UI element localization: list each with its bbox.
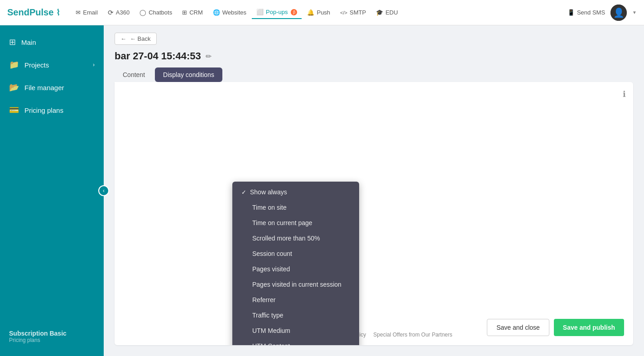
nav-label-a360: A360 xyxy=(116,9,130,16)
nav-item-smtp[interactable]: </> SMTP xyxy=(336,6,370,19)
tab-content-label: Content xyxy=(123,71,145,78)
nav-label-push: Push xyxy=(317,9,330,16)
edit-title-icon[interactable]: ✏ xyxy=(206,52,211,61)
dropdown-item-label: UTM Content xyxy=(252,342,290,345)
nav-item-crm[interactable]: ⊞ CRM xyxy=(178,6,207,19)
main-icon: ⊞ xyxy=(9,37,16,47)
send-sms-button[interactable]: 📱 Send SMS xyxy=(567,9,605,16)
send-sms-label: Send SMS xyxy=(577,9,605,16)
page-title: bar 27-04 15:44:53 xyxy=(115,50,201,62)
nav-item-chatbots[interactable]: ◯ Chatbots xyxy=(135,6,177,19)
plan-name[interactable]: Subscription Basic xyxy=(9,330,95,337)
dropdown-item-scrolled-more[interactable]: Scrolled more than 50% xyxy=(232,231,359,246)
save-actions: Save and close Save and publish xyxy=(487,319,624,336)
nav-item-edu[interactable]: 🎓 EDU xyxy=(371,6,402,19)
dropdown-item-time-on-site[interactable]: Time on site xyxy=(232,200,359,215)
dropdown-item-session-count[interactable]: Session count xyxy=(232,246,359,261)
nav-item-push[interactable]: 🔔 Push xyxy=(303,6,335,19)
save-close-label: Save and close xyxy=(496,324,540,331)
save-publish-label: Save and publish xyxy=(563,324,615,331)
sidebar: ⊞ Main 📁 Projects › 📂 File manager 💳 Pri… xyxy=(0,25,104,356)
dropdown-item-time-on-current-page[interactable]: Time on current page xyxy=(232,215,359,231)
email-icon: ✉ xyxy=(76,9,81,16)
logo-wave: ⌇ xyxy=(56,8,60,18)
nav-label-chatbots: Chatbots xyxy=(149,9,172,16)
tab-display-conditions[interactable]: Display conditions xyxy=(155,67,222,82)
nav-label-email: Email xyxy=(83,9,98,16)
content-area: ← ← Back bar 27-04 15:44:53 ✏ Content Di… xyxy=(104,25,644,356)
footer-link-offers[interactable]: Special Offers from Our Partners xyxy=(373,332,452,338)
sidebar-label-main: Main xyxy=(21,38,36,46)
sidebar-item-projects[interactable]: 📁 Projects › xyxy=(0,53,104,76)
dropdown-item-pages-visited-session[interactable]: Pages visited in current session xyxy=(232,277,359,292)
user-dropdown-icon[interactable]: ▼ xyxy=(632,10,637,15)
dropdown-item-label: Pages visited in current session xyxy=(252,281,341,288)
sidebar-label-file-manager: File manager xyxy=(24,84,64,91)
dropdown-item-label: Session count xyxy=(252,250,292,257)
nav-label-edu: EDU xyxy=(385,9,398,16)
content-header: ← ← Back bar 27-04 15:44:53 ✏ Content Di… xyxy=(104,25,644,82)
back-label: ← Back xyxy=(130,35,151,42)
nav-item-websites[interactable]: 🌐 Websites xyxy=(208,6,251,19)
checkmark-icon: ✓ xyxy=(241,189,246,196)
back-button[interactable]: ← ← Back xyxy=(115,33,157,45)
dropdown-item-utm-content[interactable]: UTM Content xyxy=(232,338,359,345)
main-layout: ⊞ Main 📁 Projects › 📂 File manager 💳 Pri… xyxy=(0,25,644,356)
sidebar-label-projects: Projects xyxy=(24,61,87,69)
avatar[interactable]: 👤 xyxy=(610,5,627,21)
sidebar-item-pricing-plans[interactable]: 💳 Pricing plans xyxy=(0,99,104,121)
dropdown-item-traffic-type[interactable]: Traffic type xyxy=(232,308,359,323)
sidebar-footer: Subscription Basic Pricing plans xyxy=(0,322,104,351)
collapse-arrow-icon: ‹ xyxy=(103,188,105,194)
dropdown-item-utm-medium[interactable]: UTM Medium xyxy=(232,323,359,338)
sidebar-label-pricing-plans: Pricing plans xyxy=(24,106,63,114)
dropdown-item-pages-visited[interactable]: Pages visited xyxy=(232,261,359,277)
tab-display-conditions-label: Display conditions xyxy=(163,71,214,78)
dropdown-item-label: Show always xyxy=(250,188,287,196)
save-close-button[interactable]: Save and close xyxy=(487,319,549,336)
nav-items: ✉ Email ⟳ A360 ◯ Chatbots ⊞ CRM 🌐 Websit… xyxy=(71,6,566,19)
nav-item-email[interactable]: ✉ Email xyxy=(71,6,102,19)
page-title-row: bar 27-04 15:44:53 ✏ xyxy=(115,50,633,62)
edu-icon: 🎓 xyxy=(376,9,383,16)
pricing-plans-icon: 💳 xyxy=(9,105,19,115)
nav-item-a360[interactable]: ⟳ A360 xyxy=(103,6,134,19)
dropdown-item-referrer[interactable]: Referrer xyxy=(232,292,359,308)
beta-badge: β xyxy=(291,9,297,15)
plan-sub[interactable]: Pricing plans xyxy=(9,337,95,343)
condition-dropdown: ✓Show alwaysTime on siteTime on current … xyxy=(232,182,359,345)
dropdown-item-show-always[interactable]: ✓Show always xyxy=(232,184,359,200)
sidebar-item-main[interactable]: ⊞ Main xyxy=(0,31,104,53)
dropdown-item-label: UTM Medium xyxy=(252,327,290,334)
avatar-image: 👤 xyxy=(610,5,627,21)
nav-label-websites: Websites xyxy=(222,9,246,16)
tab-content[interactable]: Content xyxy=(115,67,153,82)
chatbots-icon: ◯ xyxy=(139,9,146,16)
dropdown-item-label: Traffic type xyxy=(252,312,283,319)
nav-label-crm: CRM xyxy=(189,9,203,16)
sidebar-item-file-manager[interactable]: 📂 File manager xyxy=(0,76,104,99)
nav-item-popups[interactable]: ⬜ Pop-ups β xyxy=(252,6,302,19)
logo-icon: SendPulse xyxy=(7,7,53,18)
dropdown-item-label: Time on site xyxy=(252,204,287,211)
main-panel: ℹ ✓Show alwaysTime on siteTime on curren… xyxy=(115,82,633,345)
send-sms-icon: 📱 xyxy=(567,9,575,16)
push-icon: 🔔 xyxy=(307,9,314,16)
projects-icon: 📁 xyxy=(9,60,19,70)
logo[interactable]: SendPulse ⌇ xyxy=(7,7,60,18)
sidebar-collapse-button[interactable]: ‹ xyxy=(98,185,109,196)
smtp-icon: </> xyxy=(340,10,347,15)
a360-icon: ⟳ xyxy=(108,9,114,17)
info-icon[interactable]: ℹ xyxy=(623,89,626,99)
websites-icon: 🌐 xyxy=(213,9,220,16)
save-publish-button[interactable]: Save and publish xyxy=(554,319,624,336)
popups-icon: ⬜ xyxy=(256,9,264,15)
dropdown-item-label: Referrer xyxy=(252,296,275,303)
back-arrow-icon: ← xyxy=(120,35,126,42)
nav-label-popups: Pop-ups xyxy=(266,9,288,15)
dropdown-item-label: Scrolled more than 50% xyxy=(252,235,320,242)
crm-icon: ⊞ xyxy=(182,9,187,16)
file-manager-icon: 📂 xyxy=(9,82,19,92)
tabs-row: Content Display conditions xyxy=(115,67,633,82)
top-nav: SendPulse ⌇ ✉ Email ⟳ A360 ◯ Chatbots ⊞ … xyxy=(0,0,644,25)
